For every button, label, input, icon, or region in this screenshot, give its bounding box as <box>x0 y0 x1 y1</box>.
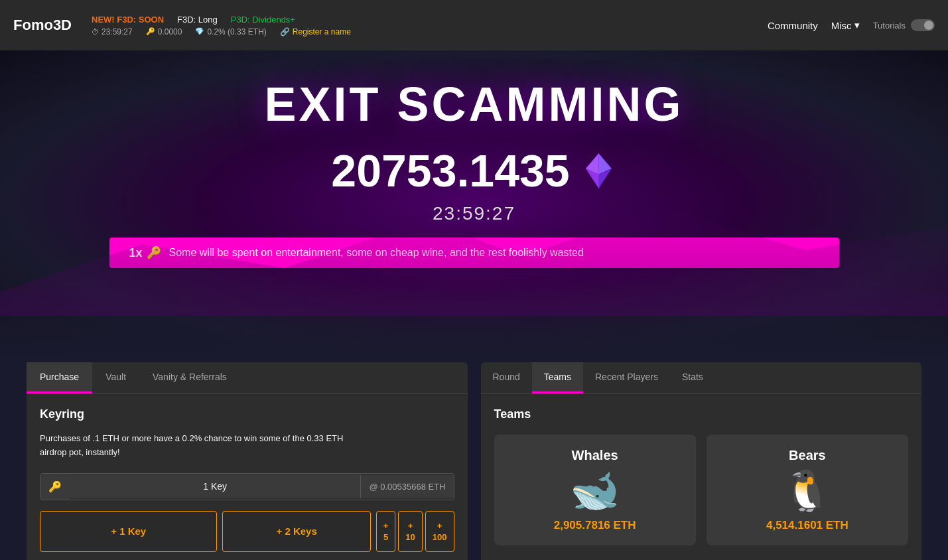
airdrop-line2: airdrop pot, instantly! <box>40 447 120 457</box>
nav-misc-arrow: ▾ <box>854 19 860 31</box>
nav-sub-links: ⏱ 23:59:27 🔑 0.0000 💎 0.2% (0.33 ETH) 🔗 … <box>92 27 351 36</box>
teams-title: Teams <box>494 407 909 421</box>
eth-icon: 💎 <box>195 27 204 36</box>
key-buttons-row: + 1 Key + 2 Keys + 5 + 10 + 100 <box>40 511 454 552</box>
register-icon: 🔗 <box>280 27 290 36</box>
team-bears-name: Bears <box>789 448 826 463</box>
left-panel: Purchase Vault Vanity & Referrals Keyrin… <box>27 362 468 560</box>
key-btn-small-group: + 5 + 10 + 100 <box>376 511 454 552</box>
btn-plus-2-keys[interactable]: + 2 Keys <box>222 511 370 552</box>
tutorials-label: Tutorials <box>873 21 906 31</box>
key-input-row: 🔑 @ 0.00535668 ETH <box>40 473 454 500</box>
team-card-whales: Whales 🐋 2,905.7816 ETH <box>494 435 696 545</box>
tab-stats[interactable]: Stats <box>670 362 715 393</box>
nav-link-f3d-long[interactable]: F3D: Long <box>177 15 218 25</box>
keyring-title: Keyring <box>40 407 454 421</box>
tab-teams[interactable]: Teams <box>532 362 583 393</box>
key-field-icon: 🔑 <box>40 474 70 500</box>
hero-amount: 20753.1435 <box>331 145 616 196</box>
team-whales-name: Whales <box>572 448 618 463</box>
nav-link-f3d-soon[interactable]: NEW! F3D: SOON <box>92 15 164 25</box>
tutorials-toggle[interactable] <box>911 19 935 31</box>
key-input[interactable] <box>70 474 360 498</box>
key-eth-label: @ 0.00535668 ETH <box>360 475 453 498</box>
nav-timer-value: 23:59:27 <box>102 27 133 36</box>
left-panel-tabs: Purchase Vault Vanity & Referrals <box>27 362 468 394</box>
nav-eth: 💎 0.2% (0.33 ETH) <box>195 27 266 36</box>
main-content: Purchase Vault Vanity & Referrals Keyrin… <box>0 349 948 560</box>
left-panel-body: Keyring Purchases of .1 ETH or more have… <box>27 394 468 560</box>
nav-misc-label: Misc <box>831 20 852 31</box>
teams-grid: Whales 🐋 2,905.7816 ETH Bears 🐧 4,514.16… <box>494 435 909 545</box>
nav-keys-value: 0.0000 <box>158 27 182 36</box>
tab-recent-players[interactable]: Recent Players <box>583 362 670 393</box>
btn-plus5-val: 5 <box>383 532 388 542</box>
nav-keys: 🔑 0.0000 <box>146 27 182 36</box>
team-card-bears: Bears 🐧 4,514.1601 ETH <box>707 435 908 545</box>
btn-plus-5-keys[interactable]: + 5 <box>376 511 396 552</box>
tab-purchase[interactable]: Purchase <box>27 362 92 393</box>
nav-register[interactable]: 🔗 Register a name <box>280 27 351 36</box>
btn-plus5-label: + <box>383 521 389 531</box>
nav-community[interactable]: Community <box>768 20 818 31</box>
eth-diamond-icon <box>580 153 617 189</box>
btn-plus-100-keys[interactable]: + 100 <box>425 511 454 552</box>
team-bears-mascot: 🐧 <box>782 471 832 511</box>
team-whales-mascot: 🐋 <box>570 471 620 511</box>
hero-section: EXIT SCAMMING 20753.1435 23:59:27 1x 🔑 S… <box>0 50 948 356</box>
nav-link-p3d[interactable]: P3D: Dividends+ <box>231 15 295 25</box>
btn-plus10-val: 10 <box>405 532 415 542</box>
right-panel-tabs: Round Teams Recent Players Stats <box>481 362 922 394</box>
nav-eth-value: 0.2% (0.33 ETH) <box>207 27 266 36</box>
navbar: Fomo3D NEW! F3D: SOON F3D: Long P3D: Div… <box>0 0 948 50</box>
timer-icon: ⏱ <box>92 28 99 36</box>
btn-plus100-label: + <box>437 521 442 531</box>
airdrop-info: Purchases of .1 ETH or more have a 0.2% … <box>40 432 454 460</box>
hero-timer: 23:59:27 <box>433 203 515 224</box>
nav-links: NEW! F3D: SOON F3D: Long P3D: Dividends+… <box>92 15 351 36</box>
team-whales-eth: 2,905.7816 ETH <box>554 519 636 532</box>
nav-misc[interactable]: Misc ▾ <box>831 19 860 31</box>
teams-body: Teams Whales 🐋 2,905.7816 ETH Bears 🐧 4,… <box>481 394 922 559</box>
btn-plus-10-keys[interactable]: + 10 <box>398 511 422 552</box>
tab-vault[interactable]: Vault <box>92 362 139 393</box>
right-panel: Round Teams Recent Players Stats Teams W… <box>481 362 922 560</box>
btn-plus-1-key[interactable]: + 1 Key <box>40 511 217 552</box>
nav-right: Community Misc ▾ Tutorials <box>768 19 935 31</box>
keys-icon: 🔑 <box>146 27 155 36</box>
hero-amount-value: 20753.1435 <box>331 145 569 196</box>
tab-vanity-referrals[interactable]: Vanity & Referrals <box>139 362 240 393</box>
nav-timer: ⏱ 23:59:27 <box>92 27 133 36</box>
btn-plus100-val: 100 <box>433 532 447 542</box>
nav-top-links: NEW! F3D: SOON F3D: Long P3D: Dividends+ <box>92 15 295 25</box>
team-bears-eth: 4,514.1601 ETH <box>766 519 848 532</box>
hero-title: EXIT SCAMMING <box>264 77 683 131</box>
btn-plus10-label: + <box>408 521 413 531</box>
register-label: Register a name <box>293 27 351 36</box>
tab-round[interactable]: Round <box>481 362 532 393</box>
nav-tutorials: Tutorials <box>873 19 935 31</box>
airdrop-line1: Purchases of .1 ETH or more have a 0.2% … <box>40 433 343 443</box>
nav-logo[interactable]: Fomo3D <box>13 17 72 34</box>
